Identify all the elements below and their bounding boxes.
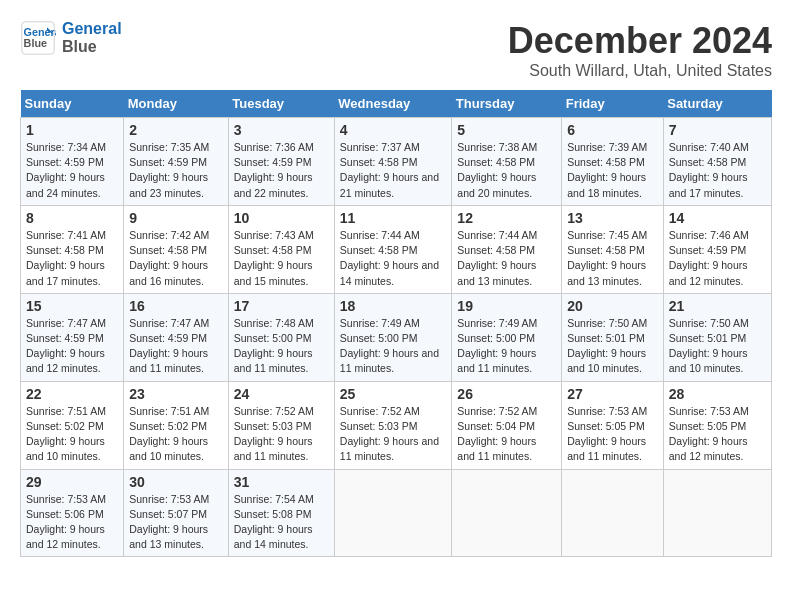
calendar-week-row: 29 Sunrise: 7:53 AMSunset: 5:06 PMDaylig… <box>21 469 772 557</box>
day-detail: Sunrise: 7:52 AMSunset: 5:04 PMDaylight:… <box>457 405 537 463</box>
calendar-cell: 23 Sunrise: 7:51 AMSunset: 5:02 PMDaylig… <box>124 381 229 469</box>
day-number: 10 <box>234 210 329 226</box>
calendar-cell: 6 Sunrise: 7:39 AMSunset: 4:58 PMDayligh… <box>562 118 664 206</box>
day-number: 2 <box>129 122 223 138</box>
day-header: Monday <box>124 90 229 118</box>
day-detail: Sunrise: 7:36 AMSunset: 4:59 PMDaylight:… <box>234 141 314 199</box>
calendar-cell: 7 Sunrise: 7:40 AMSunset: 4:58 PMDayligh… <box>663 118 771 206</box>
title-area: December 2024 South Willard, Utah, Unite… <box>508 20 772 80</box>
day-header: Friday <box>562 90 664 118</box>
day-number: 31 <box>234 474 329 490</box>
subtitle: South Willard, Utah, United States <box>508 62 772 80</box>
day-detail: Sunrise: 7:51 AMSunset: 5:02 PMDaylight:… <box>129 405 209 463</box>
day-number: 30 <box>129 474 223 490</box>
day-detail: Sunrise: 7:35 AMSunset: 4:59 PMDaylight:… <box>129 141 209 199</box>
day-number: 24 <box>234 386 329 402</box>
day-number: 1 <box>26 122 118 138</box>
calendar-cell: 17 Sunrise: 7:48 AMSunset: 5:00 PMDaylig… <box>228 293 334 381</box>
day-detail: Sunrise: 7:50 AMSunset: 5:01 PMDaylight:… <box>669 317 749 375</box>
day-number: 17 <box>234 298 329 314</box>
calendar-cell: 18 Sunrise: 7:49 AMSunset: 5:00 PMDaylig… <box>334 293 452 381</box>
logo-icon: General Blue <box>20 20 56 56</box>
calendar-cell: 15 Sunrise: 7:47 AMSunset: 4:59 PMDaylig… <box>21 293 124 381</box>
calendar-cell: 2 Sunrise: 7:35 AMSunset: 4:59 PMDayligh… <box>124 118 229 206</box>
calendar-cell <box>452 469 562 557</box>
calendar-cell: 10 Sunrise: 7:43 AMSunset: 4:58 PMDaylig… <box>228 205 334 293</box>
day-detail: Sunrise: 7:46 AMSunset: 4:59 PMDaylight:… <box>669 229 749 287</box>
day-number: 4 <box>340 122 447 138</box>
day-number: 29 <box>26 474 118 490</box>
day-detail: Sunrise: 7:53 AMSunset: 5:06 PMDaylight:… <box>26 493 106 551</box>
calendar-cell: 9 Sunrise: 7:42 AMSunset: 4:58 PMDayligh… <box>124 205 229 293</box>
day-detail: Sunrise: 7:52 AMSunset: 5:03 PMDaylight:… <box>340 405 439 463</box>
calendar-table: SundayMondayTuesdayWednesdayThursdayFrid… <box>20 90 772 557</box>
calendar-cell: 5 Sunrise: 7:38 AMSunset: 4:58 PMDayligh… <box>452 118 562 206</box>
calendar-cell <box>562 469 664 557</box>
logo-line1: General <box>62 20 122 38</box>
calendar-cell: 11 Sunrise: 7:44 AMSunset: 4:58 PMDaylig… <box>334 205 452 293</box>
day-number: 20 <box>567 298 658 314</box>
day-detail: Sunrise: 7:43 AMSunset: 4:58 PMDaylight:… <box>234 229 314 287</box>
calendar-cell: 29 Sunrise: 7:53 AMSunset: 5:06 PMDaylig… <box>21 469 124 557</box>
day-detail: Sunrise: 7:51 AMSunset: 5:02 PMDaylight:… <box>26 405 106 463</box>
day-detail: Sunrise: 7:53 AMSunset: 5:05 PMDaylight:… <box>567 405 647 463</box>
calendar-cell: 14 Sunrise: 7:46 AMSunset: 4:59 PMDaylig… <box>663 205 771 293</box>
svg-text:Blue: Blue <box>24 37 47 49</box>
calendar-cell: 3 Sunrise: 7:36 AMSunset: 4:59 PMDayligh… <box>228 118 334 206</box>
day-header: Saturday <box>663 90 771 118</box>
day-number: 9 <box>129 210 223 226</box>
calendar-cell: 28 Sunrise: 7:53 AMSunset: 5:05 PMDaylig… <box>663 381 771 469</box>
day-header: Sunday <box>21 90 124 118</box>
header: General Blue General Blue December 2024 … <box>20 20 772 80</box>
main-title: December 2024 <box>508 20 772 62</box>
day-number: 12 <box>457 210 556 226</box>
day-number: 6 <box>567 122 658 138</box>
calendar-cell: 20 Sunrise: 7:50 AMSunset: 5:01 PMDaylig… <box>562 293 664 381</box>
day-detail: Sunrise: 7:53 AMSunset: 5:05 PMDaylight:… <box>669 405 749 463</box>
day-number: 18 <box>340 298 447 314</box>
day-number: 23 <box>129 386 223 402</box>
day-header: Wednesday <box>334 90 452 118</box>
calendar-cell: 8 Sunrise: 7:41 AMSunset: 4:58 PMDayligh… <box>21 205 124 293</box>
day-detail: Sunrise: 7:42 AMSunset: 4:58 PMDaylight:… <box>129 229 209 287</box>
calendar-cell: 4 Sunrise: 7:37 AMSunset: 4:58 PMDayligh… <box>334 118 452 206</box>
logo: General Blue General Blue <box>20 20 122 56</box>
day-detail: Sunrise: 7:34 AMSunset: 4:59 PMDaylight:… <box>26 141 106 199</box>
day-detail: Sunrise: 7:45 AMSunset: 4:58 PMDaylight:… <box>567 229 647 287</box>
day-detail: Sunrise: 7:44 AMSunset: 4:58 PMDaylight:… <box>457 229 537 287</box>
calendar-cell: 16 Sunrise: 7:47 AMSunset: 4:59 PMDaylig… <box>124 293 229 381</box>
day-header: Tuesday <box>228 90 334 118</box>
day-number: 19 <box>457 298 556 314</box>
day-number: 16 <box>129 298 223 314</box>
calendar-week-row: 1 Sunrise: 7:34 AMSunset: 4:59 PMDayligh… <box>21 118 772 206</box>
calendar-header-row: SundayMondayTuesdayWednesdayThursdayFrid… <box>21 90 772 118</box>
calendar-cell: 21 Sunrise: 7:50 AMSunset: 5:01 PMDaylig… <box>663 293 771 381</box>
day-detail: Sunrise: 7:40 AMSunset: 4:58 PMDaylight:… <box>669 141 749 199</box>
calendar-cell: 25 Sunrise: 7:52 AMSunset: 5:03 PMDaylig… <box>334 381 452 469</box>
day-number: 14 <box>669 210 766 226</box>
calendar-week-row: 15 Sunrise: 7:47 AMSunset: 4:59 PMDaylig… <box>21 293 772 381</box>
calendar-cell: 19 Sunrise: 7:49 AMSunset: 5:00 PMDaylig… <box>452 293 562 381</box>
calendar-cell <box>334 469 452 557</box>
day-detail: Sunrise: 7:54 AMSunset: 5:08 PMDaylight:… <box>234 493 314 551</box>
day-detail: Sunrise: 7:37 AMSunset: 4:58 PMDaylight:… <box>340 141 439 199</box>
day-number: 25 <box>340 386 447 402</box>
day-number: 11 <box>340 210 447 226</box>
day-detail: Sunrise: 7:38 AMSunset: 4:58 PMDaylight:… <box>457 141 537 199</box>
day-detail: Sunrise: 7:47 AMSunset: 4:59 PMDaylight:… <box>129 317 209 375</box>
calendar-cell: 31 Sunrise: 7:54 AMSunset: 5:08 PMDaylig… <box>228 469 334 557</box>
day-number: 27 <box>567 386 658 402</box>
calendar-cell <box>663 469 771 557</box>
day-detail: Sunrise: 7:41 AMSunset: 4:58 PMDaylight:… <box>26 229 106 287</box>
day-number: 26 <box>457 386 556 402</box>
calendar-cell: 22 Sunrise: 7:51 AMSunset: 5:02 PMDaylig… <box>21 381 124 469</box>
day-header: Thursday <box>452 90 562 118</box>
day-number: 15 <box>26 298 118 314</box>
calendar-cell: 30 Sunrise: 7:53 AMSunset: 5:07 PMDaylig… <box>124 469 229 557</box>
day-detail: Sunrise: 7:53 AMSunset: 5:07 PMDaylight:… <box>129 493 209 551</box>
day-detail: Sunrise: 7:48 AMSunset: 5:00 PMDaylight:… <box>234 317 314 375</box>
calendar-week-row: 8 Sunrise: 7:41 AMSunset: 4:58 PMDayligh… <box>21 205 772 293</box>
calendar-cell: 27 Sunrise: 7:53 AMSunset: 5:05 PMDaylig… <box>562 381 664 469</box>
calendar-cell: 13 Sunrise: 7:45 AMSunset: 4:58 PMDaylig… <box>562 205 664 293</box>
day-number: 8 <box>26 210 118 226</box>
